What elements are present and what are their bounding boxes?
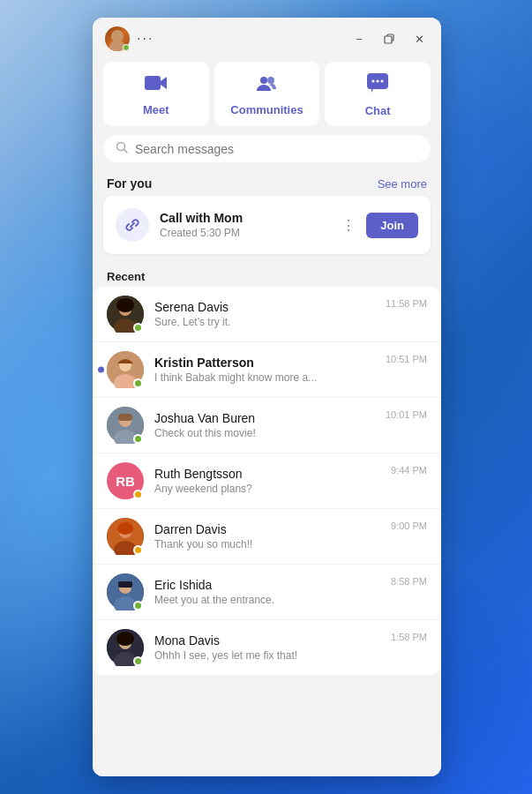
chat-content: Darren Davis Thank you so much!! — [154, 522, 380, 551]
chat-preview: Ohhh I see, yes let me fix that! — [154, 649, 380, 662]
svg-point-3 — [267, 77, 274, 84]
chat-content: Serena Davis Sure, Let's try it. — [154, 300, 375, 328]
call-title: Call with Mom — [160, 211, 327, 225]
chat-name: Serena Davis — [154, 300, 375, 314]
svg-point-8 — [381, 80, 384, 83]
svg-point-7 — [377, 80, 379, 83]
chat-label: Chat — [365, 104, 391, 117]
chat-time: 10:51 PM — [386, 354, 427, 364]
chat-time: 1:58 PM — [391, 632, 427, 642]
see-more-link[interactable]: See more — [378, 177, 427, 191]
for-you-header: For you See more — [93, 171, 441, 196]
svg-rect-21 — [118, 414, 132, 421]
search-icon — [116, 141, 128, 156]
chat-content: Ruth Bengtsson Any weekend plans? — [154, 467, 380, 495]
chat-name: Darren Davis — [154, 522, 380, 536]
chat-list: Serena Davis Sure, Let's try it. 11:58 P… — [93, 287, 441, 675]
chat-name: Joshua Van Buren — [154, 411, 375, 425]
status-indicator — [133, 378, 143, 388]
avatar — [107, 629, 144, 666]
chat-preview: Check out this movie! — [154, 427, 375, 439]
title-bar-left: ··· — [105, 26, 154, 51]
join-button[interactable]: Join — [366, 213, 418, 238]
chat-content: Joshua Van Buren Check out this movie! — [154, 411, 375, 439]
more-options-button[interactable]: ··· — [137, 31, 154, 47]
meet-label: Meet — [143, 103, 169, 116]
svg-point-33 — [116, 632, 134, 646]
meet-icon — [144, 73, 169, 98]
chat-content: Kristin Patterson I think Babak might kn… — [154, 356, 375, 384]
chat-time: 8:58 PM — [391, 576, 427, 587]
call-info: Call with Mom Created 5:30 PM — [160, 211, 327, 239]
call-subtitle: Created 5:30 PM — [160, 227, 327, 239]
quick-actions-bar: Meet Communities — [93, 56, 441, 135]
list-item[interactable]: Serena Davis Sure, Let's try it. 11:58 P… — [93, 287, 441, 342]
list-item[interactable]: Mona Davis Ohhh I see, yes let me fix th… — [93, 620, 441, 675]
chat-name: Mona Davis — [154, 633, 380, 648]
close-button[interactable]: ✕ — [409, 29, 429, 49]
list-item[interactable]: Darren Davis Thank you so much!! 9:00 PM — [93, 509, 441, 565]
avatar — [107, 573, 144, 610]
chat-preview: Any weekend plans? — [154, 483, 380, 495]
status-indicator — [133, 601, 143, 610]
meet-button[interactable]: Meet — [103, 62, 209, 126]
unread-indicator — [98, 367, 104, 373]
status-indicator — [133, 434, 143, 444]
chat-name: Kristin Patterson — [154, 356, 375, 370]
app-window: ··· − ✕ Meet — [93, 18, 441, 776]
svg-rect-29 — [118, 581, 132, 588]
avatar: RB — [107, 462, 144, 499]
chat-time: 9:00 PM — [391, 521, 427, 531]
svg-point-14 — [116, 298, 134, 312]
recent-title: Recent — [93, 263, 441, 287]
user-avatar-wrapper — [105, 26, 130, 51]
status-indicator — [133, 656, 143, 666]
minimize-button[interactable]: − — [349, 29, 369, 49]
chat-preview: Sure, Let's try it. — [154, 316, 375, 328]
chat-time: 10:01 PM — [386, 409, 427, 420]
communities-button[interactable]: Communities — [214, 62, 320, 126]
chat-content: Mona Davis Ohhh I see, yes let me fix th… — [154, 633, 380, 662]
avatar-status-dot — [123, 44, 130, 51]
call-more-options[interactable]: ⋮ — [338, 215, 359, 236]
status-indicator — [133, 323, 143, 333]
svg-rect-1 — [145, 76, 161, 90]
call-actions: ⋮ Join — [338, 213, 418, 238]
for-you-title: For you — [107, 176, 152, 191]
title-bar: ··· − ✕ — [93, 18, 441, 56]
svg-point-6 — [372, 80, 375, 83]
communities-label: Communities — [230, 103, 303, 116]
list-item[interactable]: Eric Ishida Meet you at the entrance. 8:… — [93, 565, 441, 620]
chat-content: Eric Ishida Meet you at the entrance. — [154, 578, 380, 606]
svg-line-10 — [124, 150, 128, 154]
call-link-icon — [116, 208, 149, 242]
communities-icon — [255, 73, 280, 98]
status-indicator — [133, 545, 143, 555]
chat-button[interactable]: Chat — [325, 62, 431, 126]
chat-preview: Thank you so much!! — [154, 538, 380, 551]
svg-point-25 — [117, 522, 133, 535]
avatar — [107, 407, 144, 444]
list-item[interactable]: Kristin Patterson I think Babak might kn… — [93, 342, 441, 398]
maximize-button[interactable] — [379, 29, 399, 49]
chat-time: 9:44 PM — [391, 465, 427, 476]
chat-name: Eric Ishida — [154, 578, 380, 592]
avatar-initials: RB — [116, 474, 135, 489]
status-indicator — [133, 490, 143, 499]
search-input[interactable] — [135, 142, 418, 156]
svg-rect-0 — [385, 36, 392, 43]
chat-preview: Meet you at the entrance. — [154, 594, 380, 606]
search-bar — [103, 135, 431, 162]
list-item[interactable]: RB Ruth Bengtsson Any weekend plans? 9:4… — [93, 453, 441, 509]
list-item[interactable]: Joshua Van Buren Check out this movie! 1… — [93, 398, 441, 453]
avatar — [107, 351, 144, 388]
svg-point-2 — [260, 77, 267, 84]
chat-time: 11:58 PM — [386, 298, 427, 309]
call-card[interactable]: Call with Mom Created 5:30 PM ⋮ Join — [103, 196, 431, 254]
title-bar-controls: − ✕ — [349, 29, 429, 49]
scroll-area[interactable]: For you See more Call with Mom Created 5… — [93, 171, 441, 776]
chat-icon — [366, 72, 389, 99]
chat-name: Ruth Bengtsson — [154, 467, 380, 481]
avatar — [107, 296, 144, 333]
chat-preview: I think Babak might know more a... — [154, 371, 375, 384]
